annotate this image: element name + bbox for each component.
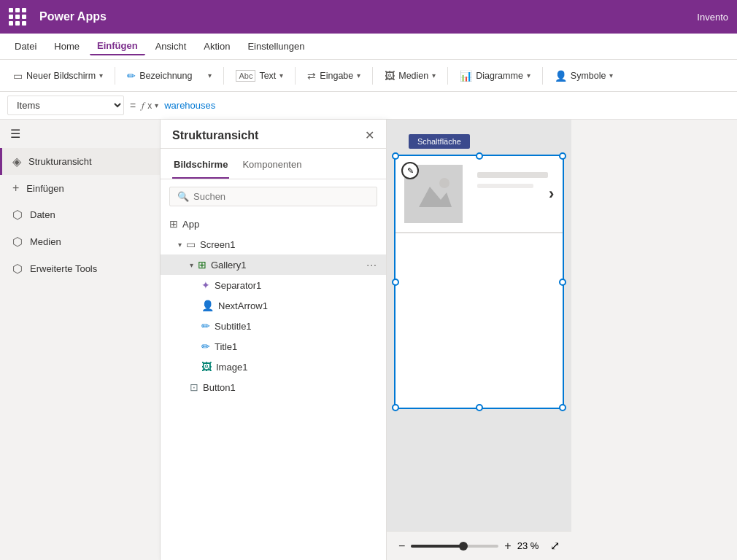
structure-title: Strukturansicht (172, 129, 258, 142)
toolbar: ▭ Neuer Bildschirm ▾ ✏ Bezeichnung ▾ Abc… (0, 60, 737, 92)
structure-panel: Strukturansicht ✕ Bildschirme Komponente… (161, 120, 387, 560)
gallery-bottom (395, 233, 563, 408)
canvas-bottombar: − + 23 % ⤢ (387, 531, 571, 560)
equals-sign: = (130, 100, 136, 112)
tree-item-button1[interactable]: ⊡ Button1 (161, 377, 386, 397)
tree-item-nextarrow1[interactable]: 👤 NextArrow1 (161, 295, 386, 316)
handle-ml[interactable] (392, 279, 399, 286)
structure-header: Strukturansicht ✕ (161, 120, 386, 149)
formula-value[interactable]: warehouses (164, 100, 730, 111)
button1-icon: ⊡ (190, 381, 198, 393)
menu-home[interactable]: Home (47, 38, 87, 55)
content-area: Strukturansicht ✕ Bildschirme Komponente… (161, 120, 571, 560)
menu-datei[interactable]: Datei (7, 38, 44, 55)
input-button[interactable]: ⇄ Eingabe ▾ (300, 66, 368, 85)
text-icon: Abc (236, 70, 255, 82)
screen1-chevron-icon: ▾ (178, 241, 182, 249)
expand-icon[interactable]: ⤢ (550, 539, 560, 553)
designation-button[interactable]: ✏ Bezeichnung (120, 66, 199, 85)
charts-chevron-icon: ▾ (527, 71, 530, 79)
structure-close-button[interactable]: ✕ (365, 128, 374, 142)
new-screen-button[interactable]: ▭ Neuer Bildschirm ▾ (6, 66, 110, 85)
tree-item-title1[interactable]: ✏ Title1 (161, 336, 386, 357)
gallery1-more-button[interactable]: ··· (366, 259, 377, 271)
symbols-icon: 👤 (555, 70, 567, 82)
menu-einstellungen[interactable]: Einstellungen (240, 38, 312, 55)
zoom-number: 23 (517, 540, 528, 551)
search-input[interactable] (193, 191, 369, 202)
sidebar-item-daten[interactable]: ⬡ Daten (0, 201, 160, 228)
separator1-icon: ✦ (201, 279, 210, 291)
search-icon: 🔍 (177, 191, 189, 202)
input-chevron-icon: ▾ (357, 71, 360, 79)
zoom-value: 23 % (517, 540, 539, 551)
media-button[interactable]: 🖼 Medien ▾ (377, 66, 443, 85)
sidebar-item-strukturansicht[interactable]: ◈ Strukturansicht (0, 148, 160, 175)
handle-br[interactable] (559, 404, 566, 411)
screen-icon: ▭ (13, 70, 23, 82)
app-title: Power Apps (39, 10, 107, 23)
sidebar-item-medien[interactable]: ⬡ Medien (0, 228, 160, 255)
image-placeholder-svg (412, 172, 455, 216)
symbols-chevron-icon: ▾ (609, 71, 613, 79)
tree-item-image1[interactable]: 🖼 Image1 (161, 357, 386, 377)
data-icon: ⬡ (12, 208, 23, 222)
gallery1-icon: ⊞ (198, 259, 207, 271)
designation-chevron-button[interactable]: ▾ (201, 68, 219, 83)
fx-indicator: 𝑓 x ▾ (142, 100, 158, 112)
separator-1 (115, 67, 115, 85)
topbar: Power Apps Invento (0, 0, 737, 34)
media-sidebar-icon: ⬡ (12, 235, 23, 249)
subtitle1-icon: ✏ (201, 320, 210, 332)
title1-icon: ✏ (201, 341, 210, 352)
hamburger-button[interactable]: ☰ (0, 120, 160, 148)
separator-2 (223, 67, 224, 85)
fx-icon: 𝑓 (142, 100, 144, 112)
sidebar-item-tools[interactable]: ⬡ Erweiterte Tools (0, 255, 160, 282)
handle-mr[interactable] (559, 279, 566, 286)
canvas-button-label: Schaltfläche (409, 134, 470, 149)
designation-chevron-icon: ▾ (208, 71, 212, 79)
tab-bildschirme[interactable]: Bildschirme (172, 155, 229, 179)
menu-einfuegen[interactable]: Einfügen (90, 37, 145, 55)
input-icon: ⇄ (307, 70, 316, 82)
separator-4 (372, 67, 373, 85)
tree-item-screen1[interactable]: ▾ ▭ Screen1 (161, 234, 386, 254)
tree-item-app[interactable]: ⊞ App (161, 214, 386, 234)
handle-bm[interactable] (476, 404, 483, 411)
svg-point-2 (439, 178, 449, 188)
tab-komponenten[interactable]: Komponenten (241, 155, 303, 179)
menu-aktion[interactable]: Aktion (196, 38, 237, 55)
waffle-icon[interactable] (9, 8, 26, 26)
zoom-slider[interactable] (411, 545, 498, 548)
symbols-button[interactable]: 👤 Symbole ▾ (547, 66, 621, 85)
zoom-unit: % (530, 540, 539, 551)
app-icon: ⊞ (169, 218, 178, 230)
sidebar-item-einfuegen[interactable]: + Einfügen (0, 175, 160, 201)
property-select[interactable]: Items (7, 96, 124, 115)
tree-item-gallery1[interactable]: ▾ ⊞ Gallery1 ··· (161, 254, 386, 275)
text-button[interactable]: Abc Text ▾ (228, 66, 290, 85)
structure-tabs: Bildschirme Komponenten (161, 149, 386, 179)
gallery-arrow-icon[interactable]: › (549, 184, 554, 203)
zoom-slider-fill (411, 545, 463, 548)
separator-5 (447, 67, 448, 85)
tools-icon: ⬡ (12, 262, 23, 276)
text-chevron-icon: ▾ (279, 71, 283, 79)
zoom-slider-thumb[interactable] (459, 542, 468, 551)
tree-item-subtitle1[interactable]: ✏ Subtitle1 (161, 316, 386, 336)
zoom-out-button[interactable]: − (398, 540, 405, 553)
screen1-icon: ▭ (186, 238, 196, 250)
menu-ansicht[interactable]: Ansicht (148, 38, 194, 55)
fx-x-icon: x (147, 101, 152, 111)
canvas-area: Schaltfläche (387, 120, 571, 560)
charts-button[interactable]: 📊 Diagramme ▾ (452, 66, 538, 85)
search-box[interactable]: 🔍 (169, 187, 377, 206)
handle-bl[interactable] (392, 404, 399, 411)
gallery-edit-icon[interactable]: ✎ (401, 162, 419, 179)
media-icon: 🖼 (385, 70, 395, 82)
gallery-widget[interactable]: ✎ (394, 155, 564, 409)
main-layout: ☰ ◈ Strukturansicht + Einfügen ⬡ Daten ⬡… (0, 120, 737, 560)
tree-item-separator1[interactable]: ✦ Separator1 (161, 275, 386, 295)
zoom-in-button[interactable]: + (504, 540, 511, 553)
